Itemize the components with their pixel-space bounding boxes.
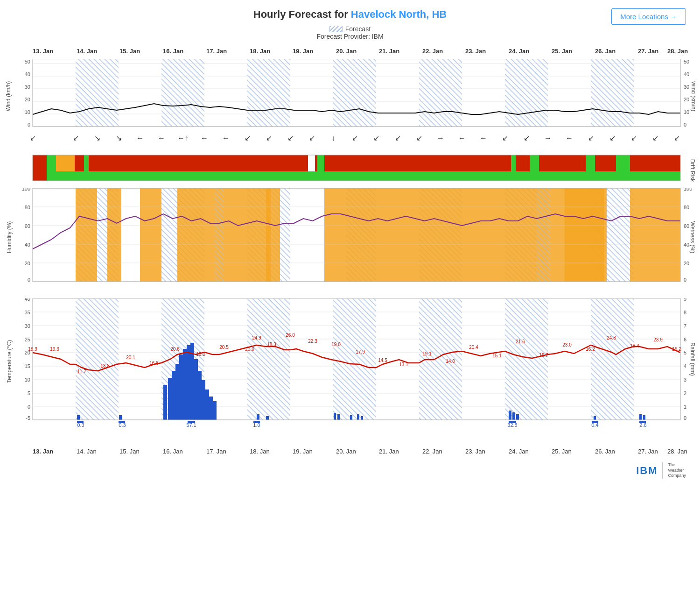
svg-text:↙: ↙ (73, 134, 79, 142)
svg-rect-231 (639, 414, 642, 420)
svg-rect-169 (548, 298, 591, 420)
svg-text:40: 40 (25, 242, 30, 248)
svg-text:3: 3 (684, 377, 686, 382)
svg-rect-26 (376, 59, 419, 127)
svg-text:↙: ↙ (266, 134, 272, 142)
svg-text:↙: ↙ (395, 134, 401, 142)
svg-text:11.7: 11.7 (77, 369, 86, 374)
svg-text:80: 80 (684, 205, 689, 210)
svg-rect-158 (76, 298, 119, 420)
date-axis-top: 13. Jan 14. Jan 15. Jan 16. Jan 17. Jan … (5, 44, 695, 58)
page-header: Hourly Forecast for Havelock North, HB M… (0, 0, 700, 23)
svg-text:↙: ↙ (245, 134, 251, 142)
svg-rect-222 (334, 413, 336, 420)
svg-text:26. Jan: 26. Jan (595, 48, 616, 55)
svg-text:5: 5 (28, 390, 30, 396)
page-title: Hourly Forecast for Havelock North, HB (0, 8, 700, 21)
svg-rect-87 (56, 155, 75, 171)
svg-text:14.5: 14.5 (378, 358, 387, 363)
svg-text:20.6: 20.6 (170, 347, 180, 352)
svg-text:20: 20 (684, 261, 689, 266)
svg-text:10: 10 (684, 109, 689, 115)
svg-rect-22 (204, 59, 247, 127)
svg-rect-18 (33, 59, 76, 127)
svg-rect-31 (591, 59, 634, 127)
svg-text:↙: ↙ (287, 134, 294, 142)
svg-text:25. Jan: 25. Jan (552, 48, 572, 55)
svg-text:Temperature (°C): Temperature (°C) (6, 340, 13, 383)
svg-text:9: 9 (684, 298, 686, 302)
svg-rect-170 (591, 298, 634, 420)
svg-rect-132 (324, 188, 604, 282)
svg-rect-270 (77, 421, 84, 423)
svg-text:13. Jan: 13. Jan (33, 48, 53, 55)
svg-rect-96 (324, 155, 511, 171)
svg-rect-229 (516, 414, 519, 420)
svg-rect-227 (509, 411, 511, 420)
more-locations-button[interactable]: More Locations → (611, 8, 686, 25)
svg-text:16.8: 16.8 (149, 361, 159, 366)
svg-rect-103 (602, 155, 616, 171)
svg-text:60: 60 (25, 223, 30, 229)
svg-rect-212 (194, 359, 198, 420)
svg-text:16. Jan: 16. Jan (163, 48, 183, 55)
svg-rect-97 (511, 155, 516, 181)
svg-text:-5: -5 (26, 415, 30, 421)
svg-text:Wind (km/h): Wind (km/h) (690, 81, 695, 112)
svg-text:↘: ↘ (116, 134, 122, 142)
drift-risk-chart: Drift Risk (5, 153, 695, 185)
svg-rect-28 (462, 59, 505, 127)
svg-rect-135 (630, 188, 680, 282)
svg-rect-86 (47, 155, 56, 181)
svg-rect-218 (77, 415, 80, 420)
svg-text:35: 35 (25, 310, 30, 315)
svg-text:40: 40 (25, 71, 30, 77)
svg-text:20.5: 20.5 (219, 345, 229, 350)
svg-rect-93 (308, 155, 315, 171)
date-axis-bottom: 13. Jan 14. Jan 15. Jan 16. Jan 17. Jan … (5, 445, 695, 457)
svg-rect-228 (512, 412, 515, 420)
svg-text:←↑: ←↑ (177, 134, 189, 142)
svg-rect-95 (317, 155, 324, 181)
svg-rect-126 (107, 188, 121, 282)
svg-text:↙: ↙ (588, 134, 594, 142)
svg-rect-224 (350, 415, 352, 420)
svg-rect-219 (119, 415, 122, 420)
svg-rect-207 (175, 364, 179, 420)
svg-rect-214 (202, 380, 205, 420)
svg-rect-89 (75, 155, 84, 171)
svg-text:Drift Risk: Drift Risk (689, 159, 695, 183)
svg-rect-159 (119, 298, 161, 420)
svg-rect-205 (168, 378, 172, 420)
svg-text:←: ← (566, 134, 573, 142)
svg-text:0: 0 (28, 277, 30, 283)
svg-rect-213 (198, 371, 202, 420)
svg-text:1: 1 (684, 404, 686, 410)
svg-rect-274 (509, 421, 516, 423)
svg-text:28. Jan: 28. Jan (667, 448, 687, 455)
temp-rainfall-chart: 40 35 30 25 20 15 10 5 0 -5 Temperature … (5, 298, 695, 443)
svg-rect-29 (505, 59, 548, 127)
svg-rect-273 (253, 421, 260, 423)
provider-label: Forecast Provider: IBM (0, 33, 700, 40)
svg-rect-167 (462, 298, 505, 420)
svg-rect-99 (530, 155, 539, 181)
svg-text:Wetness (%): Wetness (%) (689, 221, 695, 253)
svg-rect-220 (257, 414, 259, 420)
svg-rect-271 (119, 421, 125, 423)
svg-text:30: 30 (684, 84, 689, 90)
svg-text:40: 40 (25, 298, 30, 302)
svg-rect-162 (247, 298, 290, 420)
svg-text:17. Jan: 17. Jan (206, 48, 227, 55)
svg-text:22.3: 22.3 (308, 339, 317, 344)
svg-rect-275 (592, 421, 598, 423)
svg-text:20: 20 (25, 261, 30, 266)
svg-text:17. Jan: 17. Jan (206, 448, 226, 455)
svg-text:17.9: 17.9 (356, 349, 365, 354)
svg-text:13. Jan: 13. Jan (33, 448, 53, 455)
svg-rect-210 (187, 345, 190, 420)
svg-text:←: ← (158, 134, 165, 142)
svg-text:24.9: 24.9 (252, 335, 261, 340)
svg-text:24. Jan: 24. Jan (509, 448, 529, 455)
svg-text:20.0: 20.0 (245, 347, 254, 352)
